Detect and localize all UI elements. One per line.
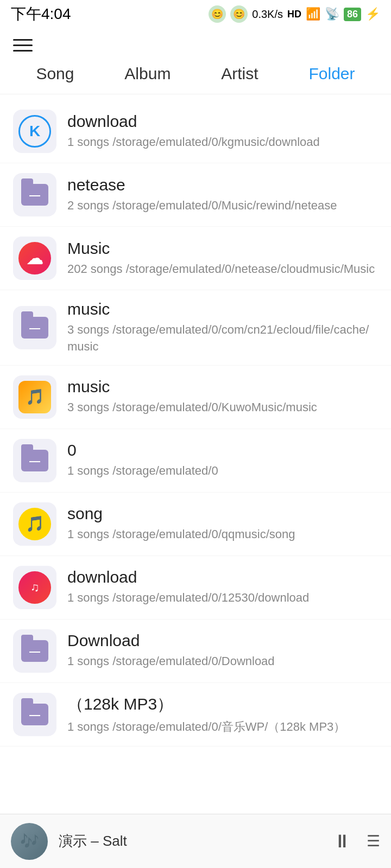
folder-meta: 2 songs /storage/emulated/0/Music/rewind… (67, 197, 378, 214)
folder-meta: 3 songs /storage/emulated/0/KuwoMusic/mu… (67, 399, 378, 416)
emoji-icon-1: 😊 (209, 5, 226, 23)
signal-icon: 📶 (306, 7, 320, 21)
bottom-player: 🎶 演示 – Salt ⏸ ☰ (0, 814, 391, 868)
list-item[interactable]: netease 2 songs /storage/emulated/0/Musi… (0, 163, 391, 227)
net-speed: 0.3K/s (252, 8, 283, 21)
folder-icon-kg: K (13, 110, 56, 153)
wifi-icon: 📡 (325, 7, 339, 21)
folder-icon-qq: 🎵 (13, 502, 56, 546)
list-item[interactable]: 0 1 songs /storage/emulated/0 (0, 429, 391, 493)
status-icons: 😊 😊 0.3K/s HD 📶 📡 86 ⚡ (209, 5, 380, 23)
folder-name: （128k MP3） (67, 693, 378, 716)
emoji-icon-2: 😊 (230, 5, 248, 23)
list-item[interactable]: K download 1 songs /storage/emulated/0/k… (0, 100, 391, 163)
list-item[interactable]: ☁ Music 202 songs /storage/emulated/0/ne… (0, 227, 391, 290)
menu-button[interactable] (13, 39, 33, 52)
pause-button[interactable]: ⏸ (333, 831, 351, 852)
hd-icon: HD (287, 9, 301, 20)
folder-name: music (67, 300, 378, 318)
folder-meta: 1 songs /storage/emulated/0/kgmusic/down… (67, 134, 378, 151)
folder-name: music (67, 378, 378, 396)
status-time: 下午4:04 (11, 4, 71, 24)
player-avatar: 🎶 (11, 823, 48, 860)
folder-icon-purple4 (13, 629, 56, 673)
tab-artist[interactable]: Artist (212, 62, 267, 85)
folder-icon-purple3 (13, 439, 56, 482)
list-item[interactable]: （128k MP3） 1 songs /storage/emulated/0/音… (0, 683, 391, 746)
battery-indicator: 86 (344, 8, 361, 21)
folder-icon-purple2 (13, 306, 56, 349)
folder-meta: 1 songs /storage/emulated/0/Download (67, 653, 378, 670)
list-item[interactable]: 🎵 music 3 songs /storage/emulated/0/Kuwo… (0, 366, 391, 429)
folder-name: song (67, 505, 378, 523)
folder-icon-hw: ♫ (13, 566, 56, 609)
playlist-button[interactable]: ☰ (367, 832, 380, 850)
player-title: 演示 – Salt (59, 832, 333, 851)
menu-line-1 (13, 39, 33, 41)
list-item[interactable]: 🎵 song 1 songs /storage/emulated/0/qqmus… (0, 493, 391, 556)
folder-meta: 1 songs /storage/emulated/0 (67, 463, 378, 480)
folder-name: 0 (67, 441, 378, 459)
folder-icon-kuwo: 🎵 (13, 375, 56, 419)
folder-meta: 202 songs /storage/emulated/0/netease/cl… (67, 261, 378, 278)
status-bar: 下午4:04 😊 😊 0.3K/s HD 📶 📡 86 ⚡ (0, 0, 391, 28)
tab-folder[interactable]: Folder (300, 62, 363, 85)
folder-icon-purple (13, 173, 56, 216)
folder-name: Download (67, 631, 378, 650)
folder-list: K download 1 songs /storage/emulated/0/k… (0, 94, 391, 752)
folder-meta: 3 songs /storage/emulated/0/com/cn21/ecl… (67, 322, 378, 355)
folder-meta: 1 songs /storage/emulated/0/音乐WP/（128k M… (67, 719, 378, 736)
folder-name: download (67, 112, 378, 131)
tab-album[interactable]: Album (116, 62, 179, 85)
folder-name: Music (67, 239, 378, 258)
menu-line-3 (13, 50, 33, 52)
folder-icon-purple5 (13, 693, 56, 736)
menu-line-2 (13, 44, 33, 46)
folder-name: download (67, 568, 378, 586)
player-controls: ⏸ ☰ (333, 831, 380, 852)
list-item[interactable]: ♫ download 1 songs /storage/emulated/0/1… (0, 556, 391, 620)
folder-name: netease (67, 176, 378, 194)
folder-meta: 1 songs /storage/emulated/0/12530/downlo… (67, 590, 378, 607)
folder-icon-netease: ☁ (13, 237, 56, 280)
list-item[interactable]: Download 1 songs /storage/emulated/0/Dow… (0, 620, 391, 683)
tab-song[interactable]: Song (27, 62, 83, 85)
hamburger-menu[interactable] (0, 28, 391, 57)
charging-icon: ⚡ (365, 7, 380, 21)
folder-meta: 1 songs /storage/emulated/0/qqmusic/song (67, 526, 378, 543)
list-item[interactable]: music 3 songs /storage/emulated/0/com/cn… (0, 290, 391, 366)
tab-bar: Song Album Artist Folder (0, 57, 391, 94)
